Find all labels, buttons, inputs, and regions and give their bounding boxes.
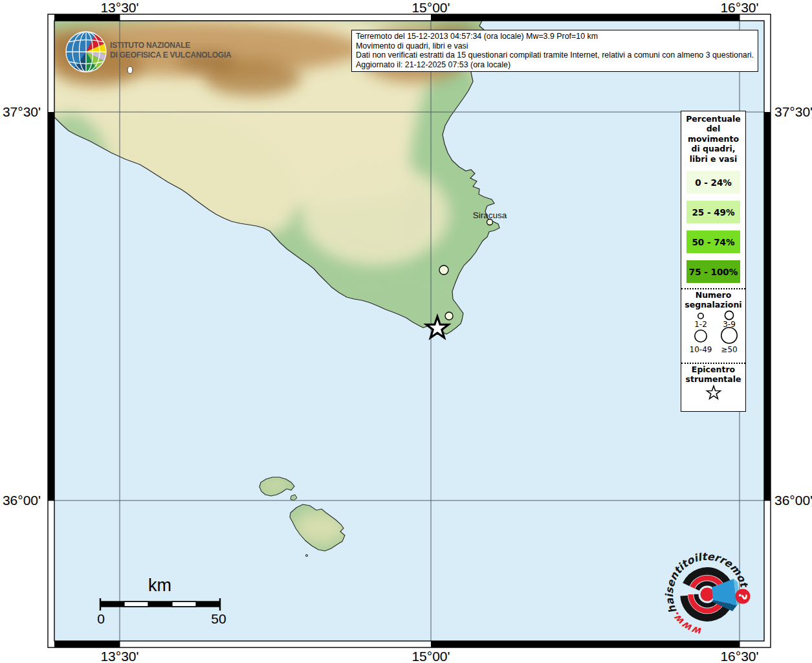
axis-label-right-0: 37°30' <box>774 104 812 119</box>
scale-unit-label: km <box>148 576 171 595</box>
signals-size-key: 1-2 3-9 10-49 ≥50 <box>683 309 745 355</box>
axis-label-bottom-0: 13°30' <box>100 649 138 663</box>
info-box: Terremoto del 15-12-2013 04:57:34 (ora l… <box>351 30 758 72</box>
axis-label-bottom-2: 16°30' <box>720 649 758 663</box>
axis-label-left-0: 37°30' <box>3 104 41 119</box>
axis-label-top-0: 13°30' <box>100 0 138 15</box>
legend-title-line: libri e vasi <box>681 154 745 164</box>
watermark-logo: ? www.haisentitoilterremoto.it <box>660 547 763 647</box>
axis-label-top-1: 15°00' <box>411 0 450 15</box>
axis-label-top-2: 16°30' <box>720 0 758 15</box>
epicenter-title-line: strumentale <box>681 375 745 385</box>
signal-label-10-49: 10-49 <box>689 345 712 354</box>
legend: Percentuale del movimento di quadri, lib… <box>681 111 746 412</box>
signals-title-line: segnalazioni <box>681 300 745 310</box>
signal-circle-50plus <box>721 328 736 343</box>
scale-end-label: 50 <box>211 611 226 626</box>
legend-swatch-75-100: 75 - 100% <box>686 260 740 283</box>
epicenter-title: Epicentro strumentale <box>681 364 745 384</box>
lake <box>127 67 133 74</box>
ingv-name-line2: DI GEOFISICA E VULCANOLOGIA <box>110 51 232 60</box>
info-line-data-note: Dati non verificati estratti da 15 quest… <box>356 51 754 60</box>
legend-title-line: di quadri, <box>681 144 745 153</box>
report-circle-1 <box>439 265 448 275</box>
signal-label-50plus: ≥50 <box>721 345 737 354</box>
signals-title-line: Numero <box>681 291 745 300</box>
watermark-tld: .it <box>660 547 664 550</box>
legend-star-key <box>684 384 743 405</box>
signals-title: Numero segnalazioni <box>681 289 745 309</box>
signal-label-3-9: 3-9 <box>723 320 736 329</box>
legend-title-line: Percentuale <box>681 114 745 124</box>
signal-circle-10-49 <box>694 330 706 342</box>
info-line-updated: Aggiornato il: 21-12-2025 07:53 (ora loc… <box>356 60 754 70</box>
legend-title-line: del <box>681 124 745 133</box>
axis-label-right-1: 36°00' <box>774 493 812 508</box>
legend-title-line: movimento <box>681 134 745 144</box>
signal-circle-3-9 <box>725 311 733 319</box>
city-label-siracusa: Siracusa <box>473 210 507 220</box>
axis-label-bottom-1: 15°00' <box>411 649 450 663</box>
epicenter-title-line: Epicentro <box>681 365 745 375</box>
ingv-logo-text: ISTITUTO NAZIONALE DI GEOFISICA E VULCAN… <box>110 41 232 60</box>
question-badge: ? <box>736 589 751 604</box>
report-circle-2 <box>445 312 453 320</box>
info-line-movement: Movimento di quadri, libri e vasi <box>356 41 754 51</box>
signal-label-1-2: 1-2 <box>694 320 707 329</box>
legend-swatch-25-49: 25 - 49% <box>686 201 740 223</box>
legend-swatch-50-74: 50 - 74% <box>686 230 740 253</box>
signal-circle-1-2 <box>697 313 703 319</box>
legend-swatch-0-24: 0 - 24% <box>686 171 740 194</box>
axis-label-left-1: 36°00' <box>3 493 41 508</box>
legend-star-icon <box>707 386 720 399</box>
earthquake-felt-map-page: { "info_box": { "line1": "Terremoto del … <box>0 0 812 663</box>
info-line-event: Terremoto del 15-12-2013 04:57:34 (ora l… <box>356 32 754 41</box>
ingv-name-line1: ISTITUTO NAZIONALE <box>110 41 232 51</box>
scale-start-label: 0 <box>97 611 105 626</box>
ingv-globe-icon <box>65 30 107 73</box>
legend-title: Percentuale del movimento di quadri, lib… <box>681 111 745 164</box>
